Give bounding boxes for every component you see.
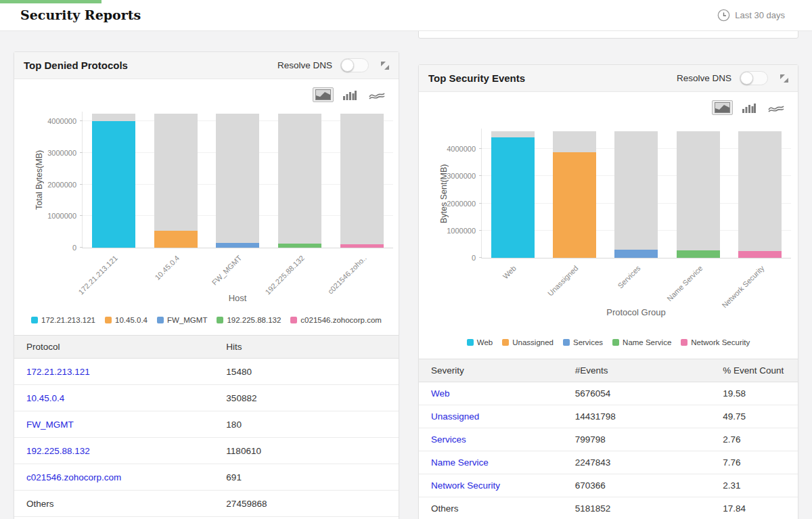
value-cell: 2.31 bbox=[710, 474, 798, 497]
chart-bar[interactable] bbox=[614, 129, 658, 258]
row-link[interactable]: 10.45.0.4 bbox=[26, 393, 64, 403]
legend-item[interactable]: Network Security bbox=[681, 338, 750, 346]
chart-type-switcher bbox=[14, 79, 399, 101]
legend-item[interactable]: 10.45.0.4 bbox=[105, 316, 148, 324]
bar-fill bbox=[614, 250, 658, 258]
panel-header: Top Security Events Resolve DNS bbox=[419, 65, 798, 92]
legend-swatch bbox=[502, 339, 509, 346]
y-tick-label: 2000000 bbox=[47, 181, 76, 189]
x-tick-cell: 172.21.213.121 bbox=[91, 248, 135, 293]
table-row: 192.225.88.1321180610 bbox=[14, 438, 399, 464]
row-link[interactable]: 192.225.88.132 bbox=[26, 446, 90, 456]
y-tick-label: 0 bbox=[72, 244, 76, 252]
resolve-dns-toggle[interactable] bbox=[740, 71, 768, 85]
bar-backdrop bbox=[677, 131, 720, 258]
legend-swatch bbox=[612, 339, 619, 346]
chart-bar[interactable] bbox=[738, 129, 782, 258]
value-cell: 5181852 bbox=[563, 497, 710, 519]
legend-item[interactable]: FW_MGMT bbox=[157, 316, 207, 324]
label-cell: Web bbox=[419, 382, 563, 405]
value-cell: 2247843 bbox=[563, 451, 710, 474]
row-link[interactable]: Services bbox=[431, 434, 466, 445]
legend-item[interactable]: Unassigned bbox=[502, 338, 554, 346]
label-cell: 172.21.213.121 bbox=[14, 359, 214, 385]
bar-chart-icon[interactable] bbox=[740, 100, 759, 115]
legend-item[interactable]: 172.21.213.121 bbox=[31, 316, 95, 324]
chart-bar[interactable] bbox=[154, 112, 198, 248]
x-tick-label: 10.45.0.4 bbox=[154, 254, 181, 281]
chart-bar[interactable] bbox=[278, 112, 321, 248]
bar-fill bbox=[491, 137, 535, 258]
plot-area: 01000000200000030000004000000 bbox=[82, 112, 393, 248]
value-cell: 14431798 bbox=[563, 405, 710, 428]
y-tick-label: 4000000 bbox=[447, 145, 476, 153]
row-link[interactable]: Unassigned bbox=[431, 411, 479, 422]
table-row: Others27459868 bbox=[14, 491, 399, 517]
x-tick-cell: FW_MGMT bbox=[216, 248, 259, 293]
page-title: Security Reports bbox=[20, 7, 141, 22]
area-chart-icon[interactable] bbox=[313, 87, 334, 102]
legend-swatch bbox=[105, 317, 112, 323]
area-chart-icon[interactable] bbox=[712, 100, 733, 115]
clock-icon bbox=[717, 9, 730, 22]
x-tick-label: Services bbox=[616, 264, 641, 290]
line-chart-icon[interactable] bbox=[366, 87, 388, 102]
row-link[interactable]: Web bbox=[431, 388, 450, 399]
label-cell: c021546.zohocorp.com bbox=[14, 464, 214, 491]
chart-bar[interactable] bbox=[340, 112, 384, 248]
value-cell: 350882 bbox=[214, 385, 399, 411]
chart-type-switcher bbox=[419, 92, 798, 114]
row-link[interactable]: FW_MGMT bbox=[26, 420, 74, 430]
resolve-dns-label: Resolve DNS bbox=[677, 73, 731, 83]
legend-swatch bbox=[31, 317, 38, 323]
legend-item[interactable]: c021546.zohocorp.com bbox=[290, 316, 382, 324]
legend-item[interactable]: 192.225.88.132 bbox=[217, 316, 281, 324]
value-cell: 27459868 bbox=[214, 491, 399, 517]
value-cell: 19.58 bbox=[710, 382, 798, 405]
resolve-dns-toggle[interactable] bbox=[340, 58, 369, 72]
legend-item[interactable]: Web bbox=[467, 338, 493, 346]
legend-item[interactable]: Services bbox=[563, 338, 603, 346]
severity-table: Severity#Events% Event CountWeb567605419… bbox=[419, 359, 798, 519]
x-tick-cell: 192.225.88.132 bbox=[278, 248, 321, 293]
chart-legend: 172.21.213.12110.45.0.4FW_MGMT192.225.88… bbox=[14, 316, 399, 324]
chart-bar[interactable] bbox=[553, 129, 596, 258]
protocols-table: ProtocolHits172.21.213.1211548010.45.0.4… bbox=[14, 335, 399, 517]
table-row: 10.45.0.4350882 bbox=[14, 385, 399, 411]
label-cell: 10.45.0.4 bbox=[14, 385, 214, 411]
bar-backdrop bbox=[154, 114, 198, 248]
bar-backdrop bbox=[278, 114, 321, 248]
row-link[interactable]: 172.21.213.121 bbox=[26, 367, 90, 377]
bar-chart: Total Bytes(MB) 010000002000000300000040… bbox=[14, 112, 399, 324]
row-link[interactable]: c021546.zohocorp.com bbox=[26, 472, 121, 482]
chart-bar[interactable] bbox=[677, 129, 720, 258]
value-cell: 180 bbox=[214, 411, 399, 438]
time-range-selector[interactable]: Last 30 days bbox=[717, 9, 785, 22]
line-chart-icon[interactable] bbox=[765, 100, 787, 115]
value-cell: 7.76 bbox=[710, 451, 798, 474]
bar-chart-icon[interactable] bbox=[340, 87, 359, 102]
legend-label: Name Service bbox=[623, 338, 671, 346]
column-header: % Event Count bbox=[710, 359, 798, 382]
x-tick-cell: Name Service bbox=[677, 258, 720, 307]
legend-item[interactable]: Name Service bbox=[612, 338, 671, 346]
panel-top-denied-protocols: Top Denied Protocols Resolve DNS Total B… bbox=[14, 51, 399, 519]
expand-icon[interactable] bbox=[780, 74, 788, 83]
legend-label: 192.225.88.132 bbox=[227, 316, 281, 324]
row-link[interactable]: Name Service bbox=[431, 457, 489, 468]
y-tick-label: 1000000 bbox=[47, 212, 76, 220]
panel-header: Top Denied Protocols Resolve DNS bbox=[14, 52, 399, 79]
expand-icon[interactable] bbox=[381, 62, 389, 70]
row-link[interactable]: Network Security bbox=[431, 480, 500, 491]
chart-bar[interactable] bbox=[491, 129, 535, 258]
toggle-knob bbox=[740, 72, 753, 85]
label-cell: 192.225.88.132 bbox=[14, 438, 214, 464]
x-tick-cell: Services bbox=[614, 258, 658, 307]
table-row: Web567605419.58 bbox=[419, 382, 798, 405]
chart-bar[interactable] bbox=[92, 112, 135, 248]
y-tick-label: 4000000 bbox=[47, 117, 76, 125]
label-cell: Others bbox=[419, 497, 563, 519]
table-row: c021546.zohocorp.com691 bbox=[14, 464, 399, 491]
chart-bar[interactable] bbox=[216, 112, 259, 248]
bar-backdrop bbox=[340, 114, 384, 248]
